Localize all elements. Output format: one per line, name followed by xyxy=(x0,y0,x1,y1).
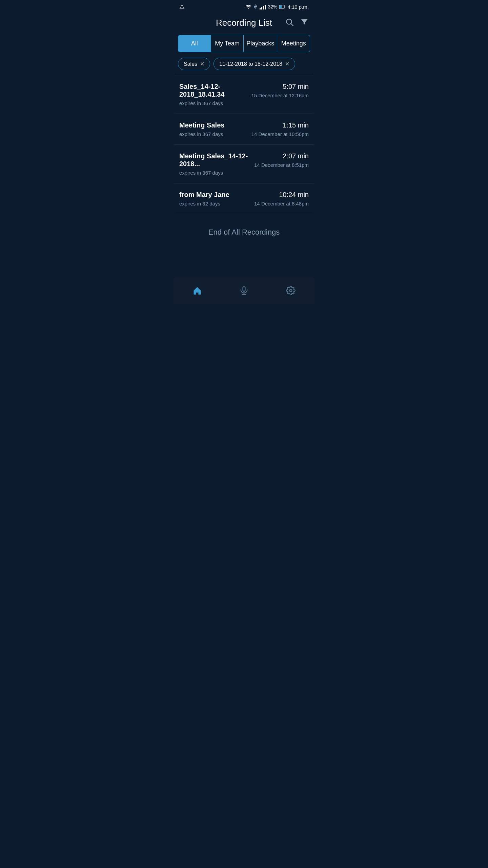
recording-name-4: from Mary Jane xyxy=(179,191,254,199)
bottom-nav xyxy=(174,277,314,304)
recording-item-1[interactable]: Sales_14-12-2018_18.41.34 expires in 367… xyxy=(174,75,314,114)
filter-tag-daterange[interactable]: 11-12-2018 to 18-12-2018 ✕ xyxy=(214,58,295,70)
filter-tag-sales-close[interactable]: ✕ xyxy=(200,61,204,67)
signal-bars xyxy=(260,4,266,9)
recording-date-3: 14 December at 8:51pm xyxy=(254,162,309,168)
status-right: 32% 4:10 p.m. xyxy=(245,4,309,10)
recording-name-1: Sales_14-12-2018_18.41.34 xyxy=(179,83,251,98)
recording-expires-3: expires in 367 days xyxy=(179,170,254,176)
bluetooth-icon xyxy=(253,4,258,9)
recording-list: Sales_14-12-2018_18.41.34 expires in 367… xyxy=(174,75,314,277)
nav-item-home[interactable] xyxy=(186,284,209,297)
recording-name-2: Meeting Sales xyxy=(179,121,251,129)
header-icons xyxy=(285,18,309,28)
filter-tag-daterange-label: 11-12-2018 to 18-12-2018 xyxy=(219,61,282,67)
search-icon[interactable] xyxy=(285,18,294,28)
tab-playbacks[interactable]: Playbacks xyxy=(244,35,277,52)
svg-rect-4 xyxy=(243,287,245,291)
nav-item-mic[interactable] xyxy=(232,284,256,297)
svg-point-7 xyxy=(290,289,292,292)
recording-left-3: Meeting Sales_14-12-2018... expires in 3… xyxy=(179,152,254,176)
nav-item-settings[interactable] xyxy=(279,284,302,297)
recording-date-4: 14 December at 8:48pm xyxy=(254,201,309,206)
recording-duration-2: 1:15 min xyxy=(251,121,309,129)
status-time: 4:10 p.m. xyxy=(287,4,309,10)
recording-duration-3: 2:07 min xyxy=(254,152,309,160)
recording-right-2: 1:15 min 14 December at 10:56pm xyxy=(251,121,309,137)
microphone-icon xyxy=(239,286,249,295)
recording-expires-1: expires in 367 days xyxy=(179,100,251,106)
recording-item-4[interactable]: from Mary Jane expires in 32 days 10:24 … xyxy=(174,183,314,214)
recording-duration-4: 10:24 min xyxy=(254,191,309,199)
recording-right-1: 5:07 min 15 December at 12:16am xyxy=(251,83,309,98)
settings-icon xyxy=(286,286,296,295)
tab-myteam[interactable]: My Team xyxy=(211,35,244,52)
filter-tag-sales-label: Sales xyxy=(184,61,197,67)
status-bar: ⚠ 32% 4:10 p.m. xyxy=(174,0,314,14)
filter-icon[interactable] xyxy=(300,18,309,28)
filter-tag-daterange-close[interactable]: ✕ xyxy=(285,61,289,67)
warning-icon: ⚠ xyxy=(179,3,185,11)
recording-date-2: 14 December at 10:56pm xyxy=(251,131,309,137)
header: Recording List xyxy=(174,14,314,32)
svg-line-3 xyxy=(291,23,293,25)
recording-date-1: 15 December at 12:16am xyxy=(251,93,309,98)
recording-item-3[interactable]: Meeting Sales_14-12-2018... expires in 3… xyxy=(174,145,314,183)
recording-right-3: 2:07 min 14 December at 8:51pm xyxy=(254,152,309,168)
recording-name-3: Meeting Sales_14-12-2018... xyxy=(179,152,254,168)
recording-expires-2: expires in 367 days xyxy=(179,131,251,137)
tab-meetings[interactable]: Meetings xyxy=(277,35,310,52)
recording-expires-4: expires in 32 days xyxy=(179,201,254,206)
recording-left-4: from Mary Jane expires in 32 days xyxy=(179,191,254,206)
wifi-icon xyxy=(245,4,251,9)
battery-percent: 32% xyxy=(268,4,277,9)
recording-left-2: Meeting Sales expires in 367 days xyxy=(179,121,251,137)
status-left: ⚠ xyxy=(179,3,185,11)
tabs-container: All My Team Playbacks Meetings xyxy=(178,35,310,52)
recording-duration-1: 5:07 min xyxy=(251,83,309,91)
tab-all[interactable]: All xyxy=(178,35,211,52)
filter-tags: Sales ✕ 11-12-2018 to 18-12-2018 ✕ xyxy=(174,55,314,75)
filter-tag-sales[interactable]: Sales ✕ xyxy=(178,58,210,70)
recording-left-1: Sales_14-12-2018_18.41.34 expires in 367… xyxy=(179,83,251,106)
recording-right-4: 10:24 min 14 December at 8:48pm xyxy=(254,191,309,206)
recording-item-2[interactable]: Meeting Sales expires in 367 days 1:15 m… xyxy=(174,114,314,145)
end-of-recordings: End of All Recordings xyxy=(174,214,314,250)
battery-icon xyxy=(279,5,285,9)
home-icon xyxy=(192,286,202,295)
